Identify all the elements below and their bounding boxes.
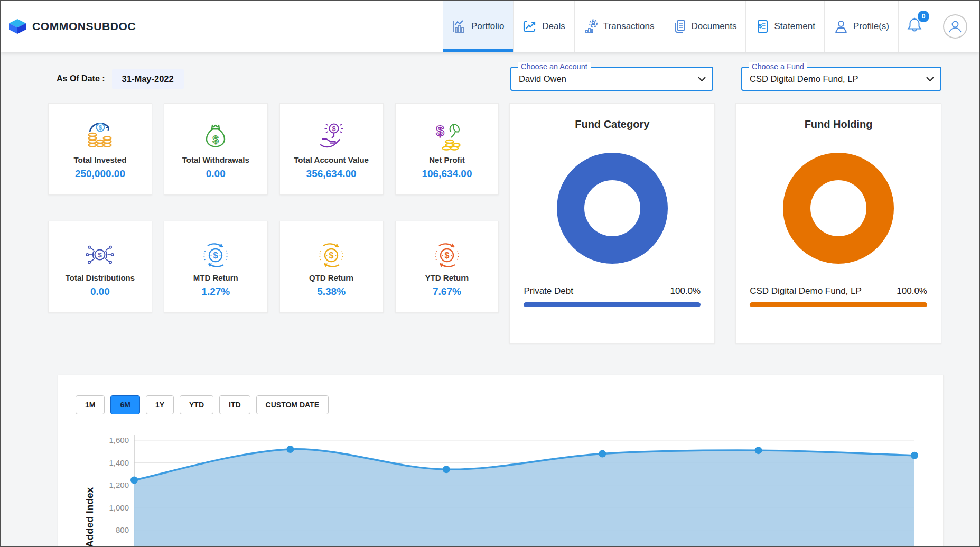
- stat-card-ytd-return: $ YTD Return 7.67%: [395, 221, 499, 313]
- stat-value: 1.27%: [201, 286, 230, 298]
- range-button-custom-date[interactable]: CUSTOM DATE: [256, 395, 329, 414]
- range-button-ytd[interactable]: YTD: [180, 395, 213, 414]
- nav-tab-profiles[interactable]: Profile(s): [824, 1, 898, 52]
- range-button-6m[interactable]: 6M: [110, 395, 139, 414]
- account-cell: [936, 1, 975, 52]
- nav-tab-statement[interactable]: $ Statement: [745, 1, 824, 52]
- cycle-dollar-orange-icon: $: [432, 240, 462, 270]
- y-axis-title: Added Index: [84, 487, 95, 547]
- nav-label: Profile(s): [853, 21, 889, 32]
- range-button-1m[interactable]: 1M: [76, 395, 105, 414]
- stat-card-total-distributions: $ Total Distributions 0.00: [48, 221, 152, 313]
- brand-name: COMMONSUBDOC: [32, 20, 136, 33]
- selectors: Choose an Account David Owen Choose a Fu…: [510, 67, 941, 91]
- as-of-date-label: As Of Date :: [57, 74, 105, 84]
- person-chart-icon: [584, 19, 599, 34]
- stat-card-total-invested: $ Total Invested 250,000.00: [48, 103, 152, 195]
- as-of-date: As Of Date : 31-May-2022: [57, 69, 184, 89]
- chart-dot[interactable]: [130, 476, 138, 484]
- distribution-network-icon: $: [85, 240, 115, 270]
- fund-select-label: Choose a Fund: [749, 62, 807, 71]
- main-content: As Of Date : 31-May-2022 Choose an Accou…: [1, 65, 979, 547]
- fund-category-donut-chart[interactable]: [557, 153, 668, 264]
- y-tick-label: 1,200: [109, 480, 129, 489]
- stat-label: YTD Return: [425, 273, 469, 282]
- stat-value: 5.38%: [317, 286, 346, 298]
- legend-bar: [524, 302, 701, 307]
- stat-label: QTD Return: [309, 273, 353, 282]
- fund-select[interactable]: Choose a Fund CSD Digital Demo Fund, LP: [741, 67, 941, 91]
- chevron-down-icon: [926, 77, 934, 82]
- stat-value: 250,000.00: [75, 168, 125, 180]
- stat-value: 7.67%: [433, 286, 461, 298]
- top-grid: $ Total Invested 250,000.00 $ Total With…: [48, 103, 941, 344]
- svg-text:$: $: [329, 251, 334, 260]
- top-navigation-bar: COMMONSUBDOC Portfolio Deals: [1, 1, 979, 52]
- panel-title: Fund Holding: [736, 118, 941, 131]
- stat-label: Total Account Value: [294, 155, 369, 164]
- person-icon: [834, 19, 848, 34]
- nav-tab-transactions[interactable]: Transactions: [574, 1, 664, 52]
- app-window: COMMONSUBDOC Portfolio Deals: [0, 0, 980, 547]
- legend-label: CSD Digital Demo Fund, LP: [750, 286, 862, 296]
- stat-card-total-withdrawals: $ Total Withdrawals 0.00: [164, 103, 268, 195]
- nav-label: Documents: [692, 21, 737, 32]
- nav-label: Portfolio: [471, 21, 504, 32]
- as-of-date-value: 31-May-2022: [112, 69, 184, 89]
- cycle-dollar-gold-icon: $: [316, 240, 346, 270]
- hand-coin-icon: $: [316, 121, 346, 152]
- chart-dot[interactable]: [443, 466, 450, 473]
- svg-text:$: $: [332, 125, 336, 133]
- nav-tab-documents[interactable]: Documents: [664, 1, 746, 52]
- stat-value: 106,634.00: [422, 168, 472, 180]
- legend-row: CSD Digital Demo Fund, LP 100.0%: [750, 286, 927, 296]
- panel-title: Fund Category: [510, 118, 714, 131]
- nav-label: Statement: [774, 21, 815, 32]
- documents-icon: [673, 19, 687, 34]
- fund-category-panel: Fund Category Private Debt 100.0%: [509, 103, 715, 344]
- stat-label: Total Invested: [74, 155, 127, 164]
- nav-tab-deals[interactable]: Deals: [513, 1, 574, 52]
- fund-select-value: CSD Digital Demo Fund, LP: [742, 74, 879, 84]
- range-button-itd[interactable]: ITD: [219, 395, 250, 414]
- stat-value: 0.00: [206, 168, 226, 180]
- svg-text:$: $: [445, 251, 450, 260]
- avatar-icon: [946, 17, 964, 35]
- account-menu-button[interactable]: [943, 14, 967, 39]
- stat-card-qtd-return: $ QTD Return 5.38%: [279, 221, 384, 313]
- performance-area-chart[interactable]: 1,6001,4001,2001,000800Added Index: [58, 418, 943, 547]
- trend-arrow-icon: [522, 19, 537, 34]
- statement-icon: $: [755, 19, 769, 34]
- stat-value: 356,634.00: [306, 168, 357, 180]
- svg-text:$: $: [759, 23, 762, 29]
- svg-text:$: $: [213, 134, 219, 145]
- y-tick-label: 1,600: [109, 435, 129, 444]
- range-buttons: 1M 6M 1Y YTD ITD CUSTOM DATE: [76, 395, 943, 414]
- nav-tab-portfolio[interactable]: Portfolio: [443, 1, 513, 52]
- account-select[interactable]: Choose an Account David Owen: [510, 67, 713, 91]
- stat-card-net-profit: $ Net Profit 106,634.00: [395, 103, 499, 195]
- notifications-button[interactable]: 0: [906, 16, 928, 36]
- nav-label: Deals: [542, 21, 565, 32]
- chevron-down-icon: [698, 77, 706, 82]
- fund-holding-panel: Fund Holding CSD Digital Demo Fund, LP 1…: [735, 103, 941, 344]
- y-tick-label: 800: [116, 525, 129, 534]
- cycle-dollar-blue-icon: $: [201, 240, 230, 270]
- chart-dot[interactable]: [911, 452, 918, 459]
- main-nav: Portfolio Deals Trans: [443, 1, 979, 52]
- range-button-1y[interactable]: 1Y: [146, 395, 174, 414]
- chart-dot[interactable]: [755, 447, 762, 454]
- svg-text:$: $: [98, 251, 102, 259]
- legend-value: 100.0%: [897, 286, 927, 296]
- chart-dot[interactable]: [599, 450, 606, 458]
- fund-holding-donut-chart[interactable]: [783, 153, 894, 264]
- y-tick-label: 1,400: [109, 458, 129, 467]
- chart-dot[interactable]: [286, 446, 294, 453]
- money-bag-icon: $: [201, 121, 230, 152]
- stat-card-mtd-return: $ MTD Return 1.27%: [164, 221, 268, 313]
- account-select-label: Choose an Account: [518, 62, 591, 71]
- legend-bar: [750, 302, 927, 307]
- svg-text:$: $: [436, 123, 444, 139]
- brand-cube-icon: [8, 18, 27, 35]
- brand: COMMONSUBDOC: [1, 1, 136, 52]
